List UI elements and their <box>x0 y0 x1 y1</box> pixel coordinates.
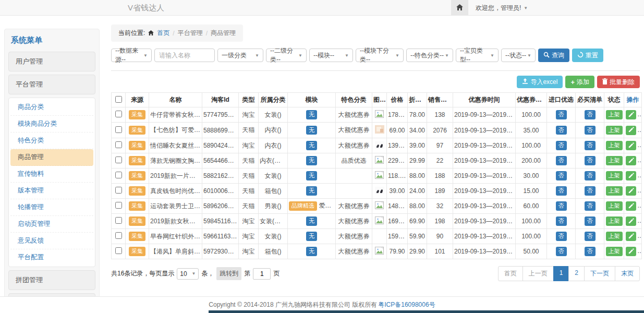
must-buy-badge[interactable]: 否 <box>585 110 596 119</box>
must-buy-badge[interactable]: 否 <box>585 247 596 256</box>
module-subcategory-filter-select[interactable]: --模块下分类--▼ <box>356 49 404 62</box>
status-badge[interactable]: 上架 <box>606 232 623 241</box>
cell-discount-price: 34.00 <box>408 123 427 138</box>
sidebar-item-user-management[interactable]: 用户管理 <box>8 52 95 71</box>
edit-button[interactable] <box>626 232 636 241</box>
cell-category: 女装() <box>259 107 288 123</box>
row-checkbox[interactable] <box>115 187 122 194</box>
must-buy-badge[interactable]: 否 <box>585 216 596 226</box>
name-filter-input[interactable] <box>154 49 215 62</box>
import-optional-badge[interactable]: 否 <box>556 126 567 135</box>
cell-feature: 大额优惠券 <box>336 138 372 153</box>
edit-button[interactable] <box>626 171 636 180</box>
must-buy-badge[interactable]: 否 <box>585 186 596 196</box>
feature-category-filter-select[interactable]: --特色分类--▼ <box>406 49 453 62</box>
edit-button[interactable] <box>626 201 636 211</box>
edit-button[interactable] <box>626 141 636 150</box>
import-optional-badge[interactable]: 否 <box>556 110 567 119</box>
must-buy-badge[interactable]: 否 <box>585 156 596 165</box>
status-badge[interactable]: 上架 <box>606 141 623 150</box>
home-button[interactable] <box>451 0 468 16</box>
import-optional-badge[interactable]: 否 <box>556 201 567 211</box>
sidebar-item-feedback[interactable]: 意见反馈 <box>10 233 93 249</box>
sidebar-item-splash-management[interactable]: 启动页管理 <box>10 216 93 233</box>
import-optional-badge[interactable]: 否 <box>556 186 567 196</box>
sidebar-item-goods-management[interactable]: 商品管理 <box>10 149 93 166</box>
cell-category: 箱包() <box>259 184 288 199</box>
status-filter-select[interactable]: --状态--▼ <box>501 49 536 62</box>
cell-status: 上架 <box>604 153 624 168</box>
module-filter-select[interactable]: --模块--▼ <box>309 49 353 62</box>
row-checkbox[interactable] <box>115 232 122 239</box>
level2-category-filter-select[interactable]: --二级分类--▼ <box>266 49 307 62</box>
status-badge[interactable]: 上架 <box>606 156 623 165</box>
edit-button[interactable] <box>626 126 636 135</box>
row-checkbox[interactable] <box>115 126 122 133</box>
status-badge[interactable]: 上架 <box>606 216 623 226</box>
import-excel-button[interactable]: 导入excel <box>517 76 563 88</box>
search-button[interactable]: 查询 <box>538 49 569 62</box>
row-checkbox[interactable] <box>115 217 122 224</box>
import-optional-badge[interactable]: 否 <box>556 247 567 256</box>
jump-page-input[interactable] <box>253 268 271 280</box>
row-checkbox[interactable] <box>115 247 122 254</box>
breadcrumb-item-goods: 商品管理 <box>211 29 236 38</box>
sidebar-item-group-buy-management[interactable]: 拼团管理 <box>8 270 95 290</box>
row-checkbox[interactable] <box>115 141 122 148</box>
must-buy-badge[interactable]: 否 <box>585 126 596 135</box>
import-optional-badge[interactable]: 否 <box>556 171 567 180</box>
status-badge[interactable]: 上架 <box>606 126 623 135</box>
item-type-filter-select[interactable]: --宝贝类型--▼ <box>456 49 499 62</box>
status-badge[interactable]: 上架 <box>606 171 623 180</box>
sidebar-item-goods-category[interactable]: 商品分类 <box>10 99 93 116</box>
status-badge[interactable]: 上架 <box>606 201 623 211</box>
add-button[interactable]: + 添加 <box>565 76 594 88</box>
page-button-last[interactable]: 末页 <box>615 266 640 281</box>
source-badge: 采集 <box>129 201 145 211</box>
row-checkbox[interactable] <box>115 202 122 209</box>
icp-link[interactable]: 粤ICP备16098006号 <box>378 300 435 309</box>
edit-button[interactable] <box>626 216 636 226</box>
row-checkbox[interactable] <box>115 156 122 163</box>
level1-category-filter-select[interactable]: 一级分类▼ <box>217 49 263 62</box>
user-menu[interactable]: 欢迎您，管理员! ▼ <box>476 4 528 13</box>
edit-button[interactable] <box>626 110 636 119</box>
page-button-first[interactable]: 首页 <box>498 266 523 281</box>
sidebar-item-platform-config[interactable]: 平台配置 <box>10 249 93 266</box>
must-buy-badge[interactable]: 否 <box>585 141 596 150</box>
sidebar-item-platform-management[interactable]: 平台管理 <box>8 75 95 94</box>
sidebar-item-version-management[interactable]: 版本管理 <box>10 183 93 199</box>
sidebar-item-feature-category[interactable]: 特色分类 <box>10 133 93 149</box>
edit-button[interactable] <box>626 186 636 196</box>
import-optional-badge[interactable]: 否 <box>556 232 567 241</box>
sidebar-item-module-goods-category[interactable]: 模块商品分类 <box>10 116 93 133</box>
status-badge[interactable]: 上架 <box>606 186 623 196</box>
status-badge[interactable]: 上架 <box>606 110 623 119</box>
must-buy-badge[interactable]: 否 <box>585 201 596 211</box>
must-buy-badge[interactable]: 否 <box>585 232 596 241</box>
row-checkbox[interactable] <box>115 172 122 178</box>
import-optional-badge[interactable]: 否 <box>556 216 567 226</box>
page-button-page-2[interactable]: 2 <box>568 266 585 281</box>
edit-button[interactable] <box>626 156 636 165</box>
breadcrumb-home-link[interactable]: 首页 <box>157 29 169 38</box>
select-all-checkbox[interactable] <box>115 96 122 103</box>
cell-module: 无 <box>288 229 336 244</box>
import-optional-badge[interactable]: 否 <box>556 156 567 165</box>
source-badge: 采集 <box>129 126 145 135</box>
sidebar-item-carousel-management[interactable]: 轮播管理 <box>10 199 93 216</box>
status-badge[interactable]: 上架 <box>606 247 623 256</box>
sidebar-item-promo-material[interactable]: 宣传物料 <box>10 166 93 183</box>
page-button-next[interactable]: 下一页 <box>584 266 615 281</box>
row-checkbox[interactable] <box>115 111 122 117</box>
import-optional-badge[interactable]: 否 <box>556 141 567 150</box>
must-buy-badge[interactable]: 否 <box>585 171 596 180</box>
data-source-filter-select[interactable]: --数据来源--▼ <box>111 49 152 62</box>
jump-button[interactable]: 跳转到 <box>216 267 241 280</box>
reset-button[interactable]: 重置 <box>572 49 603 62</box>
edit-button[interactable] <box>626 247 636 256</box>
per-page-select[interactable]: 10 ▼ <box>177 268 199 280</box>
bulk-delete-button[interactable]: 批量删除 <box>597 76 640 88</box>
page-button-page-1[interactable]: 1 <box>553 266 569 281</box>
page-button-prev[interactable]: 上一页 <box>523 266 554 281</box>
